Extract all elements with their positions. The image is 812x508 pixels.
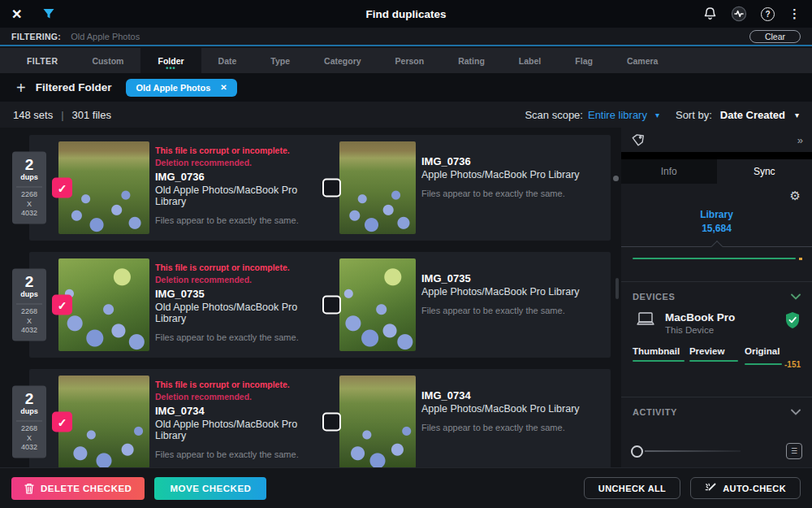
devices-chevron-icon[interactable] — [791, 293, 801, 300]
tab-folder[interactable]: Folder ••• — [140, 48, 201, 73]
file-note: Files appear to be exactly the same. — [421, 306, 605, 315]
checkbox-unchecked[interactable] — [322, 296, 341, 315]
zoom-slider-track[interactable] — [645, 450, 741, 452]
tab-category[interactable]: Category — [307, 48, 378, 73]
tab-sync[interactable]: Sync — [717, 159, 812, 184]
delete-checked-label: DELETE CHECKED — [41, 484, 132, 493]
checkbox-checked[interactable]: ✓ — [52, 178, 72, 198]
laptop-icon — [636, 311, 655, 327]
chip-close-icon[interactable]: ✕ — [220, 83, 227, 92]
delete-checked-button[interactable]: DELETE CHECKED — [11, 477, 145, 500]
tab-custom[interactable]: Custom — [75, 48, 140, 73]
checkbox-unchecked[interactable] — [322, 179, 341, 198]
scan-scope-caret-icon[interactable]: ▾ — [655, 111, 659, 119]
photo-thumbnail[interactable] — [339, 141, 416, 234]
dup-width: 2268 — [12, 307, 46, 317]
move-checked-button[interactable]: MOVE CHECKED — [154, 477, 266, 500]
tab-info[interactable]: Info — [621, 159, 717, 184]
filtering-bar: FILTERING: Old Apple Photos Clear — [0, 28, 812, 46]
tab-label[interactable]: Label — [502, 48, 558, 73]
dup-width: 2268 — [12, 424, 46, 434]
file-path: Apple Photos/MacBook Pro Library — [421, 286, 605, 297]
activity-chevron-icon[interactable] — [791, 409, 801, 415]
tab-filter[interactable]: FILTER — [10, 48, 75, 73]
tab-date[interactable]: Date — [201, 48, 254, 73]
device-subtitle: This Device — [665, 325, 735, 335]
preview-sync-bar — [689, 360, 738, 362]
preview-column-label: Preview — [689, 346, 745, 356]
filtering-label: FILTERING: — [11, 32, 61, 41]
tab-flag[interactable]: Flag — [558, 48, 610, 73]
check-icon: ✓ — [58, 181, 67, 194]
panel-resize-grip[interactable] — [615, 278, 619, 299]
activity-section-header[interactable]: ACTIVITY — [621, 397, 812, 417]
activity-pulse-icon[interactable] — [731, 6, 747, 22]
collapse-panel-icon[interactable]: » — [797, 134, 802, 146]
file-name: IMG_0734 — [155, 405, 324, 417]
library-summary[interactable]: Library 15,684 — [621, 208, 812, 237]
file-note: Files appear to be exactly the same. — [155, 332, 324, 342]
activity-label: ACTIVITY — [633, 407, 677, 417]
info-sync-panel: » Info Sync ⚙ Library 15,684 DEVICES — [621, 128, 812, 467]
notifications-bell-icon[interactable] — [703, 7, 717, 21]
tab-camera[interactable]: Camera — [610, 48, 676, 73]
list-scrollbar-thumb[interactable] — [613, 176, 619, 181]
original-sync-bar — [745, 363, 782, 365]
panel-toolbar: » — [621, 128, 812, 152]
close-icon[interactable]: ✕ — [11, 7, 29, 22]
filtered-folder-row: + Filtered Folder Old Apple Photos ✕ — [0, 73, 812, 102]
action-bar: DELETE CHECKED MOVE CHECKED UNCHECK ALL … — [0, 467, 812, 508]
file-name: IMG_0734 — [421, 389, 605, 402]
panel-bottom-controls: ☰ — [631, 443, 802, 459]
sync-progress-bar — [633, 258, 802, 260]
sync-progress-pending-dot — [799, 258, 802, 260]
gear-icon[interactable]: ⚙ — [790, 189, 801, 202]
app-window: ✕ Find duplicates ? ⋮ FILTERING: — [0, 0, 812, 508]
dup-count-label: dups — [12, 173, 46, 181]
photo-thumbnail[interactable] — [339, 258, 416, 351]
device-row[interactable]: MacBook Pro This Device — [621, 302, 812, 335]
dup-count-label: dups — [12, 407, 46, 415]
filtered-folder-label[interactable]: Filtered Folder — [36, 81, 112, 93]
library-label: Library — [621, 208, 812, 222]
filter-funnel-icon[interactable] — [42, 7, 55, 20]
sort-by-caret-icon[interactable]: ▾ — [795, 111, 799, 119]
tab-type[interactable]: Type — [253, 48, 307, 73]
filter-tabs: FILTER Custom Folder ••• Date Type Categ… — [0, 48, 812, 73]
tab-person[interactable]: Person — [378, 48, 442, 73]
tab-rating[interactable]: Rating — [441, 48, 502, 73]
duplicate-set-row: 2 dups 2268 X 4032 ✓ This file is corrup… — [29, 135, 611, 241]
thumbnail-column-label: Thumbnail — [633, 346, 689, 356]
sort-by-dropdown[interactable]: Date Created — [720, 109, 785, 121]
view-options-icon[interactable]: ☰ — [786, 443, 802, 459]
corrupt-warning-text: This file is corrupt or incomplete. — [155, 263, 290, 272]
clear-filter-button[interactable]: Clear — [749, 30, 801, 43]
checkbox-unchecked[interactable] — [322, 413, 341, 432]
file-name: IMG_0735 — [155, 288, 324, 300]
auto-check-button[interactable]: AUTO-CHECK — [690, 477, 801, 499]
photo-thumbnail[interactable] — [339, 376, 416, 467]
scan-scope-dropdown[interactable]: Entire library — [588, 109, 647, 121]
tag-icon[interactable] — [631, 133, 645, 147]
device-sync-columns: Thumbnail Preview Original -151 — [621, 335, 812, 369]
help-icon[interactable]: ? — [761, 7, 775, 21]
file-details-left: This file is corrupt or incomplete. Dele… — [155, 379, 324, 459]
file-note: Files appear to be exactly the same. — [155, 449, 324, 459]
file-details-right: IMG_0736 Apple Photos/MacBook Pro Librar… — [421, 153, 605, 198]
add-folder-filter-icon[interactable]: + — [16, 80, 26, 96]
checkbox-checked[interactable]: ✓ — [52, 295, 72, 315]
zoom-slider-thumb[interactable] — [631, 445, 643, 458]
folder-filter-chip[interactable]: Old Apple Photos ✕ — [126, 79, 236, 97]
file-name: IMG_0735 — [421, 272, 605, 284]
check-icon: ✓ — [58, 415, 67, 428]
file-details-right: IMG_0735 Apple Photos/MacBook Pro Librar… — [421, 270, 605, 315]
dup-height: 4032 — [12, 444, 46, 454]
original-column-label: Original — [745, 346, 801, 356]
check-icon: ✓ — [58, 298, 67, 311]
overflow-menu-icon[interactable]: ⋮ — [788, 7, 801, 21]
file-path: Apple Photos/MacBook Pro Library — [421, 169, 605, 180]
devices-section-header[interactable]: DEVICES — [621, 282, 812, 302]
uncheck-all-button[interactable]: UNCHECK ALL — [584, 477, 680, 499]
checkbox-checked[interactable]: ✓ — [52, 412, 72, 432]
file-details-left: This file is corrupt or incomplete. Dele… — [155, 262, 324, 342]
